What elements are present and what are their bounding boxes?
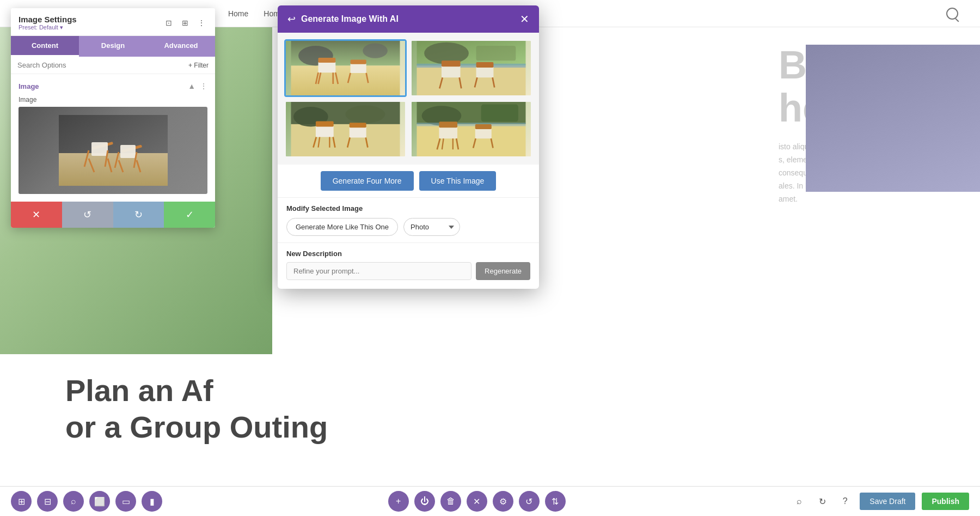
svg-rect-59 [417, 123, 526, 126]
panel-confirm-button[interactable]: ✓ [164, 202, 215, 228]
right-person-image [806, 45, 980, 192]
svg-rect-32 [417, 64, 526, 68]
toolbar-tablet-icon[interactable]: ▭ [115, 491, 136, 512]
modal-header: ↩ Generate Image With AI ✕ [278, 5, 539, 33]
svg-rect-37 [476, 66, 494, 77]
panel-preset[interactable]: Preset: Default [19, 24, 77, 31]
image-cell-4[interactable] [410, 100, 532, 158]
publish-button[interactable]: Publish [922, 493, 969, 510]
image-preview-1 [286, 41, 405, 95]
toolbar-history-icon[interactable]: ↻ [814, 493, 830, 509]
svg-rect-25 [351, 60, 366, 64]
image-preview-4 [412, 102, 531, 156]
filter-button[interactable]: + Filter [188, 62, 209, 69]
toolbar-search-right-icon[interactable]: ⌕ [791, 493, 807, 509]
toolbar-sort-button[interactable]: ⇅ [545, 491, 566, 512]
section-more-icon[interactable]: ⋮ [200, 82, 207, 90]
svg-rect-29 [417, 65, 526, 95]
svg-rect-31 [476, 46, 516, 60]
toolbar-layout-icon[interactable]: ⊞ [11, 491, 32, 512]
section-collapse-icon[interactable]: ▲ [188, 82, 195, 90]
svg-rect-56 [417, 124, 526, 156]
panel-undo-button[interactable]: ↺ [62, 202, 113, 228]
lower-page-text: Plan an Afor a Group Outing [65, 372, 328, 445]
svg-rect-38 [476, 62, 494, 68]
svg-rect-15 [291, 65, 400, 95]
toolbar-grid-icon[interactable]: ⊟ [37, 491, 58, 512]
toolbar-undo-button[interactable]: ↺ [519, 491, 540, 512]
svg-rect-46 [316, 121, 334, 126]
toolbar-help-icon[interactable]: ? [837, 493, 853, 509]
tab-design[interactable]: Design [79, 36, 147, 57]
tab-content[interactable]: Content [11, 36, 79, 57]
prompt-refine-input[interactable] [286, 262, 471, 280]
toolbar-search-icon[interactable]: ⌕ [63, 491, 84, 512]
modify-section-row: Generate More Like This One Photo Illust… [286, 218, 530, 236]
toolbar-monitor-icon[interactable]: ⬜ [89, 491, 110, 512]
svg-rect-1 [59, 153, 168, 186]
svg-rect-51 [350, 126, 366, 137]
panel-redo-button[interactable]: ↻ [113, 202, 164, 228]
modal-title: Generate Image With AI [301, 14, 399, 24]
svg-rect-66 [475, 128, 492, 138]
svg-rect-9 [120, 145, 136, 158]
tab-advanced[interactable]: Advanced [147, 36, 215, 57]
section-title: Image [19, 82, 39, 90]
save-draft-button[interactable]: Save Draft [860, 493, 915, 510]
svg-rect-42 [291, 124, 400, 156]
toolbar-trash-button[interactable]: 🗑 [440, 491, 461, 512]
modal-action-buttons: Generate Four More Use This Image [278, 165, 539, 197]
modal-close-button[interactable]: ✕ [520, 14, 529, 25]
panel-header-icons: ⊡ ⊞ ⋮ [163, 17, 207, 29]
panel-section-header: Image ▲ ⋮ [19, 82, 207, 90]
toolbar-right-controls: ⌕ ↻ ? Save Draft Publish [791, 493, 969, 510]
toolbar-settings-button[interactable]: ⚙ [493, 491, 513, 512]
modal-back-icon[interactable]: ↩ [287, 13, 296, 25]
image-cell-1[interactable] [284, 39, 407, 97]
svg-rect-61 [439, 122, 457, 128]
panel-tabs: Content Design Advanced [11, 36, 215, 57]
panel-resize-icon[interactable]: ⊡ [163, 17, 175, 29]
panel-search-bar: + Filter [11, 57, 215, 74]
image-preview-2 [412, 41, 531, 95]
panel-columns-icon[interactable]: ⊞ [179, 17, 191, 29]
toolbar-mobile-icon[interactable]: ▮ [142, 491, 162, 512]
new-description-title: New Description [286, 250, 530, 258]
svg-rect-60 [439, 126, 457, 138]
ai-modal: ↩ Generate Image With AI ✕ [278, 5, 539, 289]
modify-section-title: Modify Selected Image [286, 204, 530, 213]
image-settings-panel: Image Settings Preset: Default ⊡ ⊞ ⋮ Con… [11, 8, 215, 228]
svg-rect-18 [318, 62, 336, 72]
search-options-input[interactable] [17, 61, 184, 69]
svg-point-44 [346, 105, 385, 123]
panel-cancel-button[interactable]: ✕ [11, 202, 62, 228]
generate-more-like-button[interactable]: Generate More Like This One [286, 218, 398, 236]
toolbar-close-button[interactable]: ✕ [467, 491, 487, 512]
panel-title: Image Settings [19, 15, 77, 24]
toolbar-add-button[interactable]: + [388, 491, 409, 512]
image-cell-2[interactable] [410, 39, 532, 97]
generate-four-more-button[interactable]: Generate Four More [321, 171, 414, 191]
panel-more-icon[interactable]: ⋮ [195, 17, 207, 29]
panel-header: Image Settings Preset: Default ⊡ ⊞ ⋮ [11, 8, 215, 36]
modify-image-section: Modify Selected Image Generate More Like… [278, 197, 539, 242]
use-this-image-button[interactable]: Use This Image [419, 171, 497, 191]
right-content-area: Beachhe Hassle isto aliquet, quis vehicu… [762, 27, 980, 222]
regenerate-button[interactable]: Regenerate [476, 262, 530, 280]
new-description-section: New Description Regenerate [278, 242, 539, 289]
modal-scroll-area[interactable] [278, 33, 539, 165]
panel-body: Image ▲ ⋮ Image [11, 74, 215, 202]
image-cell-3[interactable] [284, 100, 407, 158]
style-select[interactable]: Photo Illustration Painting Sketch [403, 218, 460, 236]
nav-home-2[interactable]: Home [228, 9, 248, 18]
toolbar-power-button[interactable]: ⏻ [414, 491, 435, 512]
nav-search-icon[interactable] [946, 8, 958, 20]
image-label: Image [19, 96, 207, 104]
svg-rect-34 [442, 60, 461, 66]
svg-rect-3 [91, 142, 108, 156]
image-preview[interactable] [19, 107, 207, 194]
chair-preview-svg [59, 115, 168, 186]
modal-header-left: ↩ Generate Image With AI [287, 13, 399, 25]
svg-rect-24 [351, 63, 366, 73]
section-icons: ▲ ⋮ [188, 82, 207, 90]
